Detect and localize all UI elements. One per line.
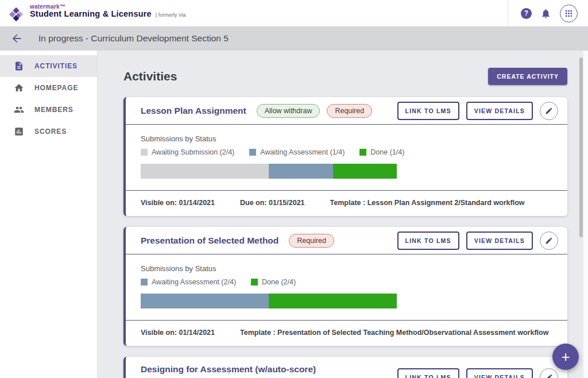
- sidebar-item-label: ACTIVITIES: [34, 62, 78, 70]
- card-body: Submissions by Status Awaiting Assessmen…: [126, 254, 567, 321]
- scrollbar-thumb[interactable]: [579, 57, 583, 237]
- legend-swatch: [141, 149, 148, 156]
- add-activity-fab[interactable]: +: [552, 344, 579, 370]
- legend-swatch: [249, 149, 256, 156]
- brand-product-title: Student Learning & Licensure: [30, 10, 152, 19]
- activity-card-designing-assessment: Designing for Assessment (w/auto-score) …: [123, 357, 567, 378]
- notifications-bell-icon[interactable]: [540, 8, 551, 19]
- card-footer: Visible on: 01/14/2021 Due on: 01/15/202…: [126, 191, 567, 216]
- template-info: Template : Lesson Plan Assignment 2/Stan…: [330, 199, 525, 207]
- card-footer: Visible on: 01/14/2021 Template : Presen…: [126, 321, 567, 346]
- activity-card-presentation: Presentation of Selected Method Required…: [123, 227, 567, 346]
- legend-label: Awaiting Assessment (2/4): [152, 278, 236, 286]
- home-icon: [14, 83, 24, 93]
- legend-label: Done (2/4): [262, 278, 296, 286]
- legend-swatch: [359, 149, 366, 156]
- legend-label: Done (1/4): [370, 148, 404, 156]
- sidebar-item-label: SCORES: [34, 128, 67, 136]
- link-to-lms-button[interactable]: LINK TO LMS: [397, 102, 459, 120]
- bar-segment-done: [269, 294, 397, 308]
- legend-swatch: [141, 279, 148, 286]
- legend-label: Awaiting Submission (2/4): [152, 148, 234, 156]
- edit-activity-button[interactable]: [540, 368, 558, 378]
- required-badge: Required: [327, 104, 372, 118]
- card-header: Lesson Plan Assignment Allow withdraw Re…: [126, 97, 567, 125]
- view-details-button[interactable]: VIEW DETAILS: [466, 102, 533, 120]
- card-header: Presentation of Selected Method Required…: [126, 227, 567, 254]
- submissions-status-label: Submissions by Status: [141, 134, 552, 143]
- card-header: Designing for Assessment (w/auto-score) …: [126, 357, 567, 378]
- activity-title: Lesson Plan Assignment: [141, 106, 246, 116]
- visible-on-date: Visible on: 01/14/2021: [141, 329, 215, 337]
- required-badge: Required: [289, 234, 334, 248]
- sidebar-item-members[interactable]: MEMBERS: [0, 99, 97, 121]
- sidebar-item-label: MEMBERS: [34, 106, 74, 114]
- view-details-button[interactable]: VIEW DETAILS: [466, 368, 533, 378]
- header-icons: ?: [508, 0, 588, 26]
- bar-segment-awaiting-assessment: [269, 164, 333, 179]
- brand: watermark™ Student Learning & Licensure …: [0, 3, 186, 23]
- brand-text: watermark™ Student Learning & Licensure …: [30, 3, 186, 19]
- scrollbar-track: [583, 51, 588, 378]
- bar-segment-awaiting-assessment: [141, 294, 269, 308]
- activities-icon: [14, 61, 24, 71]
- brand-formerly-label: | formerly Via: [156, 13, 186, 18]
- status-legend: Awaiting Assessment (2/4) Done (2/4): [141, 278, 552, 286]
- pencil-icon: [545, 237, 553, 245]
- sidebar-item-activities[interactable]: ACTIVITIES: [0, 55, 97, 77]
- create-activity-button[interactable]: CREATE ACTIVITY: [488, 68, 567, 85]
- view-details-button[interactable]: VIEW DETAILS: [466, 232, 533, 250]
- activity-title: Presentation of Selected Method: [141, 236, 278, 246]
- edit-activity-button[interactable]: [540, 232, 558, 250]
- submissions-status-label: Submissions by Status: [141, 264, 552, 273]
- sidebar-item-scores[interactable]: SCORES: [0, 121, 97, 142]
- scores-icon: [14, 126, 24, 137]
- main-content: Activities CREATE ACTIVITY Lesson Plan A…: [98, 51, 588, 378]
- submissions-progress-bar: [141, 294, 397, 308]
- due-on-date: Due on: 01/15/2021: [240, 199, 305, 207]
- bar-segment-done: [333, 164, 397, 179]
- activity-card-lesson-plan: Lesson Plan Assignment Allow withdraw Re…: [123, 97, 567, 216]
- link-to-lms-button[interactable]: LINK TO LMS: [397, 232, 459, 250]
- app-header: watermark™ Student Learning & Licensure …: [0, 0, 588, 26]
- template-info: Template : Presentation of Selected Teac…: [240, 329, 548, 337]
- sidebar-item-label: HOMEPAGE: [34, 84, 78, 92]
- allow-withdraw-badge: Allow withdraw: [257, 104, 320, 118]
- legend-label: Awaiting Assessment (1/4): [260, 148, 345, 156]
- submissions-progress-bar: [141, 164, 397, 179]
- apps-grid-icon[interactable]: [560, 5, 578, 22]
- help-icon[interactable]: ?: [521, 8, 532, 19]
- pencil-icon: [545, 373, 553, 378]
- legend-item: Awaiting Submission (2/4): [141, 148, 234, 156]
- breadcrumb-bar: In progress - Curriculum Development Sec…: [0, 26, 588, 51]
- breadcrumb-title: In progress - Curriculum Development Sec…: [38, 33, 229, 44]
- visible-on-date: Visible on: 01/14/2021: [141, 199, 215, 207]
- page-title: Activities: [123, 70, 177, 83]
- pencil-icon: [545, 107, 553, 115]
- members-icon: [14, 105, 24, 115]
- bar-segment-awaiting-submission: [141, 164, 269, 179]
- sidebar: ACTIVITIES HOMEPAGE MEMBERS SCORES: [0, 51, 98, 378]
- watermark-logo-icon: [8, 6, 25, 23]
- back-arrow-icon[interactable]: [10, 32, 23, 45]
- edit-activity-button[interactable]: [540, 102, 558, 120]
- activity-title: Designing for Assessment (w/auto-score): [141, 364, 316, 375]
- legend-item: Done (1/4): [359, 148, 404, 156]
- link-to-lms-button[interactable]: LINK TO LMS: [397, 368, 459, 378]
- legend-swatch: [251, 279, 258, 286]
- legend-item: Awaiting Assessment (1/4): [249, 148, 345, 156]
- status-legend: Awaiting Submission (2/4) Awaiting Asses…: [141, 148, 552, 156]
- sidebar-item-homepage[interactable]: HOMEPAGE: [0, 77, 97, 99]
- legend-item: Awaiting Assessment (2/4): [141, 278, 236, 286]
- legend-item: Done (2/4): [251, 278, 296, 286]
- card-body: Submissions by Status Awaiting Submissio…: [126, 125, 567, 191]
